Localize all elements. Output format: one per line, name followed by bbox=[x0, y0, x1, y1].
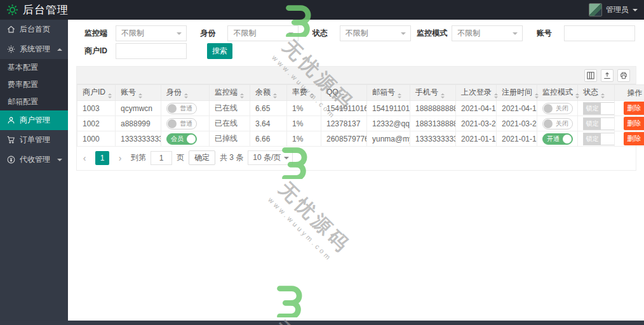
filter-row-2: 商户ID 搜索 bbox=[76, 43, 636, 59]
mode-toggle[interactable]: 关闭 bbox=[542, 118, 573, 129]
filter-monitor-client: 监控端 不限制 bbox=[76, 25, 188, 41]
chevron-down-icon bbox=[177, 32, 182, 37]
page-number[interactable]: 1 bbox=[95, 151, 109, 165]
col-qq[interactable]: QQ bbox=[321, 85, 367, 101]
filter-identity: 身份 不限制 bbox=[188, 25, 300, 41]
sidebar-item-home[interactable]: 后台首页 bbox=[0, 20, 68, 39]
chevron-down-icon bbox=[401, 32, 406, 37]
sidebar-item-basic-config[interactable]: 基本配置 bbox=[0, 59, 68, 76]
table-row: 1003 qcymwcn 普通 已在线 6.65 1% 1541911016 1… bbox=[77, 101, 644, 116]
lock-toggle[interactable]: 锁定 bbox=[583, 133, 615, 145]
logo-gear-icon bbox=[6, 4, 18, 16]
filter-row-1: 监控端 不限制 身份 不限制 状态 不限制 监控模式 不限制 bbox=[76, 25, 636, 41]
table-card: 商户ID 账号 身份 监控端 余额 率费 QQ 邮箱号 手机号 上次登录 注册时… bbox=[76, 66, 636, 171]
total-count: 共 3 条 bbox=[220, 152, 243, 163]
sidebar-item-collection[interactable]: 代收管理 bbox=[0, 150, 68, 169]
col-monitor-mode[interactable]: 监控模式 bbox=[537, 85, 578, 101]
user-name: 管理员 bbox=[606, 4, 629, 15]
chevron-down-icon bbox=[284, 157, 289, 162]
delete-button[interactable]: 删除 bbox=[624, 117, 644, 130]
avatar[interactable] bbox=[589, 3, 602, 17]
lock-toggle[interactable]: 锁定 bbox=[583, 102, 615, 115]
col-identity[interactable]: 身份 bbox=[161, 85, 210, 101]
sort-icon[interactable] bbox=[310, 93, 314, 98]
col-actions: 操作 bbox=[615, 85, 644, 101]
export-icon[interactable] bbox=[601, 69, 614, 82]
chevron-down-icon bbox=[288, 32, 293, 37]
col-rate[interactable]: 率费 bbox=[287, 85, 321, 101]
per-page-select[interactable]: 10 条/页 bbox=[248, 150, 293, 165]
sidebar-item-merchants[interactable]: 商户管理 bbox=[0, 110, 68, 130]
print-icon[interactable] bbox=[617, 69, 630, 82]
account-input[interactable] bbox=[564, 25, 635, 41]
monitor-client-select[interactable]: 不限制 bbox=[116, 25, 187, 41]
money-icon bbox=[7, 156, 15, 164]
sidebar-item-rate-config[interactable]: 费率配置 bbox=[0, 76, 68, 93]
sort-icon[interactable] bbox=[240, 93, 244, 98]
chevron-down-icon bbox=[513, 32, 518, 37]
col-merchant-id[interactable]: 商户ID bbox=[77, 85, 116, 101]
identity-toggle[interactable]: 普通 bbox=[166, 103, 197, 114]
sort-icon[interactable] bbox=[273, 93, 277, 98]
filter-columns-icon[interactable] bbox=[584, 69, 597, 82]
chevron-down-icon bbox=[633, 9, 638, 14]
filter-monitor-mode: 监控模式 不限制 bbox=[412, 25, 524, 41]
top-bar: 后台管理 管理员 bbox=[0, 0, 644, 20]
sort-icon[interactable] bbox=[398, 93, 401, 98]
lock-toggle[interactable]: 锁定 bbox=[583, 117, 615, 130]
monitor-mode-select[interactable]: 不限制 bbox=[452, 25, 523, 41]
mode-toggle[interactable]: 关闭 bbox=[542, 103, 573, 114]
user-menu[interactable]: 管理员 bbox=[589, 3, 638, 17]
main-content: 监控端 不限制 身份 不限制 状态 不限制 监控模式 不限制 bbox=[68, 20, 644, 321]
sort-icon[interactable] bbox=[341, 93, 345, 98]
status-select[interactable]: 不限制 bbox=[340, 25, 411, 41]
prev-page-icon[interactable]: ‹ bbox=[78, 151, 91, 165]
app-title: 后台管理 bbox=[23, 3, 69, 17]
col-last-login[interactable]: 上次登录 bbox=[456, 85, 497, 101]
col-phone[interactable]: 手机号 bbox=[410, 85, 456, 101]
sort-icon[interactable] bbox=[441, 93, 445, 98]
goto-label: 到第 bbox=[131, 152, 146, 163]
col-monitor-client[interactable]: 监控端 bbox=[210, 85, 250, 101]
home-icon bbox=[7, 25, 15, 34]
col-reg-time[interactable]: 注册时间 bbox=[497, 85, 537, 101]
sort-icon[interactable] bbox=[138, 93, 142, 98]
delete-button[interactable]: 删除 bbox=[624, 102, 644, 115]
sort-icon[interactable] bbox=[601, 93, 605, 98]
goto-page-input[interactable] bbox=[151, 151, 172, 165]
col-status[interactable]: 状态 bbox=[578, 85, 615, 101]
col-email[interactable]: 邮箱号 bbox=[367, 85, 410, 101]
col-account[interactable]: 账号 bbox=[116, 85, 161, 101]
pagination: ‹ 1 › 到第 页 确定 共 3 条 10 条/页 bbox=[77, 147, 636, 170]
search-button[interactable]: 搜索 bbox=[207, 43, 232, 59]
table-row: 1000 13333333333 会员 已掉线 6.66 1% 26085797… bbox=[77, 131, 644, 147]
chevron-up-icon bbox=[57, 46, 62, 51]
sort-icon[interactable] bbox=[108, 93, 112, 98]
identity-select[interactable]: 不限制 bbox=[227, 25, 299, 41]
sidebar-item-system[interactable]: 系统管理 bbox=[0, 39, 68, 59]
gear-icon bbox=[7, 45, 15, 53]
col-balance[interactable]: 余额 bbox=[250, 85, 287, 101]
filter-merchant-id: 商户ID bbox=[76, 43, 197, 59]
sort-icon[interactable] bbox=[575, 93, 579, 98]
user-icon bbox=[7, 116, 15, 124]
confirm-button[interactable]: 确定 bbox=[189, 150, 215, 165]
sidebar-item-orders[interactable]: 订单管理 bbox=[0, 130, 68, 150]
table-toolbar bbox=[77, 67, 636, 84]
sidebar-item-mail-config[interactable]: 邮箱配置 bbox=[0, 93, 68, 110]
identity-toggle[interactable]: 会员 bbox=[166, 133, 197, 145]
sort-icon[interactable] bbox=[494, 93, 498, 98]
footer-bar bbox=[0, 321, 644, 325]
sort-icon[interactable] bbox=[535, 93, 539, 98]
identity-toggle[interactable]: 普通 bbox=[166, 118, 197, 129]
cart-icon bbox=[7, 136, 15, 144]
next-page-icon[interactable]: › bbox=[114, 151, 126, 165]
sidebar-submenu-system: 基本配置 费率配置 邮箱配置 bbox=[0, 59, 68, 110]
merchant-id-input[interactable] bbox=[116, 43, 187, 59]
mode-toggle[interactable]: 开通 bbox=[542, 133, 573, 145]
filter-status: 状态 不限制 bbox=[300, 25, 412, 41]
delete-button[interactable]: 删除 bbox=[624, 132, 644, 145]
sort-icon[interactable] bbox=[184, 93, 188, 98]
chevron-down-icon bbox=[57, 159, 62, 164]
filter-account: 账号 bbox=[525, 25, 636, 41]
